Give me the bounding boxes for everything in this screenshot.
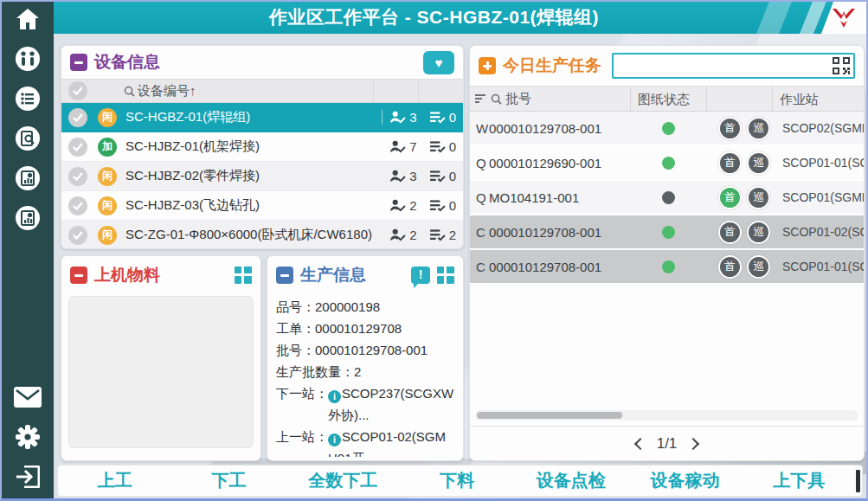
select-all-checkbox[interactable] [68, 81, 87, 100]
equipment-code: SC-HGBZ-01(焊辊组) [125, 109, 250, 125]
work-station: SCOP01-02(SGM... [782, 225, 864, 239]
tasks-table-header[interactable]: 批号 图纸状态 作业站 [470, 86, 864, 112]
next-page-icon[interactable] [687, 437, 699, 449]
row-checkbox[interactable] [68, 167, 87, 186]
report-chart-icon[interactable] [13, 165, 42, 191]
field-label: 批号 [276, 343, 302, 357]
status-badge: 闲 [98, 226, 117, 245]
main-area: 设备信息 ♥ 设备编号↑ 闲 SC-HGBZ-01(焊辊组) [54, 34, 866, 498]
mail-icon[interactable] [13, 384, 42, 410]
batch-number: 000010129708-001 [489, 121, 630, 136]
task-count-icon [429, 170, 446, 183]
equipment-check-button[interactable]: 设备点检 [514, 469, 628, 492]
bottom-action-bar: 上工 下工 全数下工 下料 设备点检 设备稼动 上下具 [57, 465, 863, 497]
qr-scan-icon[interactable] [832, 56, 851, 75]
equipment-list: 闲 SC-HGBZ-01(焊辊组) 3 0 加 SC-HJBZ-01(机架焊接)… [61, 103, 463, 248]
status-badge: 闲 [98, 167, 117, 186]
work-station: SCOP01-01(SGM... [782, 156, 864, 170]
first-inspection-button[interactable]: 首 [718, 221, 742, 244]
row-checkbox[interactable] [68, 138, 87, 157]
work-station: SCOP02(SGMH0... [782, 121, 864, 135]
batch-number: MO104191-001 [489, 190, 630, 205]
materials-empty-area [68, 296, 254, 448]
batch-column-label[interactable]: 批号 [505, 91, 531, 107]
doc-search-icon[interactable] [13, 125, 42, 151]
first-inspection-button[interactable]: 首 [718, 186, 742, 209]
row-checkbox[interactable] [68, 226, 87, 245]
status-badge: 闲 [98, 196, 117, 215]
drawing-status-dot [662, 260, 675, 273]
equipment-row[interactable]: 闲 SC-HGBZ-01(焊辊组) 3 0 [61, 103, 463, 132]
equipment-table-header[interactable]: 设备编号↑ [61, 79, 463, 103]
tooling-button[interactable]: 上下具 [742, 469, 856, 492]
equipment-row[interactable]: 加 SC-HJBZ-01(机架焊接) 7 0 [61, 132, 463, 162]
scrollbar-thumb[interactable] [477, 412, 622, 419]
task-row[interactable]: Q MO104191-001 首 巡 SCOP01(SGMH0... [470, 181, 864, 215]
expand-icon[interactable] [479, 57, 496, 74]
task-row[interactable]: W 000010129708-001 首 巡 SCOP02(SGMH0... [470, 112, 864, 146]
workers-column-header [373, 80, 418, 102]
task-row[interactable]: Q 000010129690-001 首 巡 SCOP01-01(SGM... [470, 146, 864, 181]
task-count-icon [429, 140, 446, 153]
collapse-icon[interactable] [70, 267, 87, 284]
logout-icon[interactable] [13, 464, 42, 490]
equipment-code: SC-ZG-01-Φ800×6000(卧式机床/CW6180) [125, 227, 372, 243]
row-checkbox[interactable] [68, 108, 87, 127]
task-list-icon[interactable] [13, 86, 42, 112]
tasks-panel-title: 今日生产任务 [503, 55, 601, 77]
grid-view-icon[interactable] [437, 267, 454, 284]
collapse-icon[interactable] [70, 54, 87, 71]
task-row[interactable]: C 000010129708-001 首 巡 SCOP01-02(SGM... [470, 215, 864, 250]
worker-count-icon [389, 199, 406, 212]
status-badge: 加 [98, 138, 117, 157]
team-board-icon[interactable] [13, 46, 42, 72]
horizontal-scrollbar[interactable] [475, 410, 858, 421]
equipment-row[interactable]: 闲 SC-HJBZ-03(飞边钻孔) 2 0 [61, 191, 463, 221]
field-value: 000010129708 [315, 318, 454, 339]
collapse-icon[interactable] [276, 267, 293, 284]
unload-material-button[interactable]: 下料 [400, 469, 514, 492]
equipment-column-label[interactable]: 设备编号↑ [138, 83, 196, 100]
equipment-panel-title: 设备信息 [94, 51, 160, 74]
equipment-row[interactable]: 闲 SC-ZG-01-Φ800×6000(卧式机床/CW6180) 2 2 [61, 221, 463, 248]
field-value: 200000198 [315, 296, 454, 318]
favorite-button[interactable]: ♥ [423, 51, 454, 74]
equipment-row[interactable]: 闲 SC-HJBZ-02(零件焊接) 3 0 [61, 162, 463, 191]
task-search-box [612, 53, 855, 79]
sort-icon[interactable] [475, 93, 487, 104]
first-inspection-button[interactable]: 首 [718, 151, 742, 175]
patrol-inspection-button[interactable]: 巡 [747, 221, 770, 244]
end-work-button[interactable]: 下工 [172, 469, 286, 492]
page-title: 作业区工作平台 - SC-HGBZ-01(焊辊组) [54, 2, 814, 34]
batch-number: 000010129708-001 [489, 225, 630, 240]
patrol-inspection-button[interactable]: 巡 [747, 117, 770, 140]
report-chart-icon[interactable] [13, 205, 42, 231]
batch-number: 000010129690-001 [489, 156, 630, 170]
home-icon[interactable] [13, 6, 42, 32]
tasks-list: W 000010129708-001 首 巡 SCOP02(SGMH0... Q… [470, 112, 864, 285]
alert-bubble-icon[interactable]: ! [411, 267, 430, 284]
row-checkbox[interactable] [68, 196, 87, 215]
work-station: SCOP01(SGMH0... [782, 190, 864, 204]
worker-count-icon [389, 140, 406, 153]
start-work-button[interactable]: 上工 [58, 469, 172, 492]
drawing-status-column-label[interactable]: 图纸状态 [630, 87, 706, 111]
patrol-inspection-button[interactable]: 巡 [747, 255, 770, 279]
task-row[interactable]: C 000010129708-001 首 巡 SCOP01-01(SGM... [470, 250, 864, 285]
task-search-input[interactable] [614, 55, 832, 77]
end-all-work-button[interactable]: 全数下工 [286, 469, 400, 492]
first-inspection-button[interactable]: 首 [718, 117, 742, 140]
station-column-label[interactable]: 作业站 [772, 87, 864, 111]
settings-gear-icon[interactable] [13, 424, 42, 450]
patrol-inspection-button[interactable]: 巡 [747, 186, 770, 209]
equipment-code: SC-HJBZ-03(飞边钻孔) [125, 197, 260, 214]
info-icon[interactable]: i [328, 390, 341, 403]
info-icon[interactable]: i [328, 434, 341, 446]
batch-number: 000010129708-001 [489, 260, 630, 274]
equipment-utilization-button[interactable]: 设备稼动 [628, 469, 743, 492]
patrol-inspection-button[interactable]: 巡 [747, 151, 770, 175]
prev-page-icon[interactable] [634, 437, 646, 449]
grid-view-icon[interactable] [235, 267, 252, 284]
first-inspection-button[interactable]: 首 [718, 255, 742, 279]
worker-count: 2 [409, 228, 416, 242]
